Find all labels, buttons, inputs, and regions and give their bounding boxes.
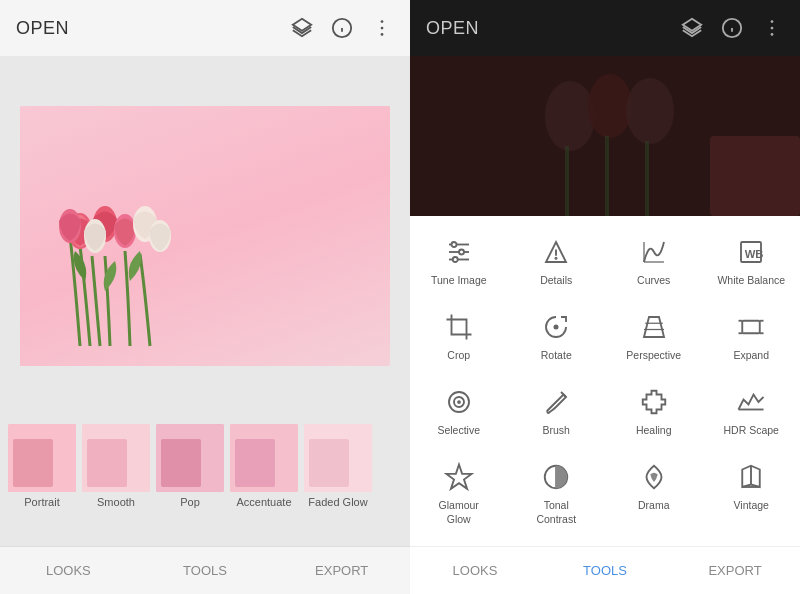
hdr-scape-icon: [733, 384, 769, 420]
svg-marker-66: [446, 465, 471, 489]
right-layers-icon[interactable]: [680, 16, 704, 40]
svg-rect-20: [161, 439, 201, 487]
tool-crop[interactable]: Crop: [410, 299, 508, 374]
tools-grid: Tune Image Details Curves: [410, 216, 800, 546]
tool-expand-label: Expand: [733, 349, 769, 363]
tool-perspective-label: Perspective: [626, 349, 681, 363]
right-more-icon[interactable]: [760, 16, 784, 40]
tool-rotate[interactable]: Rotate: [508, 299, 606, 374]
left-panel: OPEN: [0, 0, 410, 594]
svg-point-62: [457, 400, 461, 404]
tool-rotate-label: Rotate: [541, 349, 572, 363]
right-image-area: [410, 56, 800, 216]
svg-point-45: [453, 257, 458, 262]
tool-glamour-glow[interactable]: GlamourGlow: [410, 449, 508, 538]
perspective-icon: [636, 309, 672, 345]
tool-curves-label: Curves: [637, 274, 670, 288]
svg-point-29: [771, 20, 774, 23]
left-nav-looks[interactable]: LOOKS: [0, 547, 137, 594]
filter-pop[interactable]: Pop: [156, 424, 224, 508]
tool-drama-label: Drama: [638, 499, 670, 513]
filter-smooth-label: Smooth: [97, 496, 135, 508]
svg-rect-18: [87, 439, 127, 487]
tool-perspective[interactable]: Perspective: [605, 299, 703, 374]
tool-selective-label: Selective: [437, 424, 480, 438]
filter-faded-glow[interactable]: Faded Glow: [304, 424, 372, 508]
healing-icon: [636, 384, 672, 420]
right-bottom-nav: LOOKS TOOLS EXPORT: [410, 546, 800, 594]
filter-pop-label: Pop: [180, 496, 200, 508]
tool-brush[interactable]: Brush: [508, 374, 606, 449]
svg-point-33: [545, 81, 595, 151]
left-more-icon[interactable]: [370, 16, 394, 40]
svg-point-31: [771, 33, 774, 36]
left-nav-export[interactable]: EXPORT: [273, 547, 410, 594]
tool-white-balance-label: White Balance: [717, 274, 785, 288]
tool-selective[interactable]: Selective: [410, 374, 508, 449]
svg-point-48: [556, 258, 557, 259]
filter-accentuate[interactable]: Accentuate: [230, 424, 298, 508]
tool-brush-label: Brush: [543, 424, 570, 438]
glamour-glow-icon: [441, 459, 477, 495]
left-bottom-nav: LOOKS TOOLS EXPORT: [0, 546, 410, 594]
curves-icon: [636, 234, 672, 270]
right-title: OPEN: [426, 18, 479, 39]
right-panel: OPEN: [410, 0, 800, 594]
expand-icon: [733, 309, 769, 345]
right-nav-tools[interactable]: TOOLS: [540, 547, 670, 594]
svg-rect-38: [645, 141, 649, 216]
tool-tonal-contrast[interactable]: TonalContrast: [508, 449, 606, 538]
tool-hdr-scape[interactable]: HDR Scape: [703, 374, 801, 449]
svg-point-35: [626, 78, 674, 144]
white-balance-icon: WB: [733, 234, 769, 270]
crop-icon: [441, 309, 477, 345]
svg-point-6: [381, 33, 384, 36]
right-nav-looks[interactable]: LOOKS: [410, 547, 540, 594]
filter-portrait[interactable]: Portrait: [8, 424, 76, 508]
svg-rect-37: [605, 136, 609, 216]
tool-healing-label: Healing: [636, 424, 672, 438]
svg-point-30: [771, 27, 774, 30]
tool-healing[interactable]: Healing: [605, 374, 703, 449]
tool-details[interactable]: Details: [508, 224, 606, 299]
svg-point-34: [588, 74, 632, 138]
tool-curves[interactable]: Curves: [605, 224, 703, 299]
svg-rect-16: [13, 439, 53, 487]
left-info-icon[interactable]: [330, 16, 354, 40]
tool-white-balance[interactable]: WB White Balance: [703, 224, 801, 299]
tonal-contrast-icon: [538, 459, 574, 495]
main-image: [20, 106, 390, 366]
vintage-icon: [733, 459, 769, 495]
selective-icon: [441, 384, 477, 420]
tool-hdr-scape-label: HDR Scape: [724, 424, 779, 438]
svg-rect-39: [710, 136, 800, 216]
right-nav-export[interactable]: EXPORT: [670, 547, 800, 594]
left-title: OPEN: [16, 18, 69, 39]
filter-smooth[interactable]: Smooth: [82, 424, 150, 508]
right-info-icon[interactable]: [720, 16, 744, 40]
tool-expand[interactable]: Expand: [703, 299, 801, 374]
svg-rect-24: [309, 439, 349, 487]
tune-image-icon: [441, 234, 477, 270]
tool-glamour-glow-label: GlamourGlow: [439, 499, 479, 526]
filter-faded-glow-label: Faded Glow: [308, 496, 367, 508]
right-header: OPEN: [410, 0, 800, 56]
tool-vintage[interactable]: Vintage: [703, 449, 801, 538]
filter-accentuate-label: Accentuate: [236, 496, 291, 508]
svg-point-43: [451, 242, 456, 247]
tool-tune-image[interactable]: Tune Image: [410, 224, 508, 299]
tool-drama[interactable]: Drama: [605, 449, 703, 538]
rotate-icon: [538, 309, 574, 345]
svg-rect-56: [743, 321, 761, 334]
filter-portrait-label: Portrait: [24, 496, 59, 508]
tool-tune-image-label: Tune Image: [431, 274, 487, 288]
left-image-area: [0, 56, 410, 416]
left-header: OPEN: [0, 0, 410, 56]
tool-tonal-contrast-label: TonalContrast: [536, 499, 576, 526]
tool-crop-label: Crop: [447, 349, 470, 363]
svg-point-5: [381, 27, 384, 30]
left-nav-tools[interactable]: TOOLS: [137, 547, 274, 594]
svg-point-4: [381, 20, 384, 23]
details-icon: [538, 234, 574, 270]
left-layers-icon[interactable]: [290, 16, 314, 40]
